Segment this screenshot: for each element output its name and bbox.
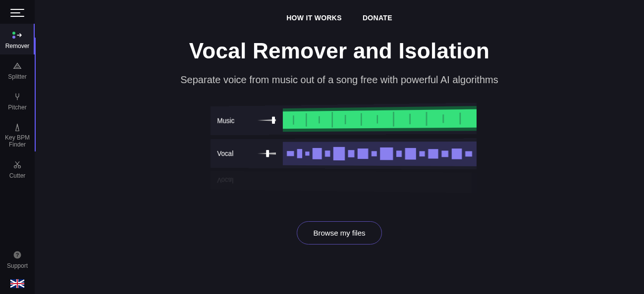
svg-rect-38 (419, 151, 425, 156)
sidebar-nav: Remover Splitter Pitcher (0, 24, 35, 184)
vocal-waveform (283, 138, 477, 169)
svg-rect-31 (333, 147, 345, 160)
track-music: Music (211, 103, 477, 135)
svg-point-0 (12, 32, 15, 35)
page-title: Vocal Remover and Isolation (35, 39, 644, 63)
browse-files-button[interactable]: Browse my files (297, 221, 381, 245)
sidebar-item-label: Key BPM Finder (0, 135, 35, 148)
svg-rect-21 (409, 114, 410, 124)
waveform-preview: Music Vocal (211, 106, 468, 190)
support-icon: ? (11, 249, 23, 260)
svg-line-8 (15, 161, 19, 166)
svg-rect-32 (348, 150, 355, 157)
svg-rect-36 (396, 150, 402, 157)
svg-point-5 (14, 165, 16, 168)
track-label: Vocal (217, 149, 233, 157)
svg-rect-13 (293, 115, 294, 125)
svg-rect-16 (332, 112, 333, 127)
svg-rect-19 (377, 115, 378, 124)
menu-toggle[interactable] (10, 0, 24, 24)
cutter-icon (11, 159, 23, 170)
sidebar-item-label: Pitcher (8, 104, 26, 111)
svg-rect-33 (358, 148, 369, 159)
track-vocal: Vocal (211, 138, 477, 169)
svg-rect-26 (287, 151, 294, 156)
pitcher-icon (11, 91, 23, 102)
sidebar-item-cutter[interactable]: Cutter (0, 153, 35, 184)
svg-rect-30 (325, 150, 330, 156)
keybpm-icon (11, 122, 23, 133)
sidebar-item-keybpm[interactable]: Key BPM Finder (0, 116, 35, 153)
svg-rect-34 (372, 151, 377, 156)
svg-text:?: ? (16, 252, 19, 258)
remover-icon (11, 30, 23, 41)
svg-rect-40 (441, 150, 448, 157)
svg-rect-37 (405, 148, 416, 159)
svg-rect-23 (443, 114, 444, 123)
svg-rect-12 (283, 109, 477, 129)
svg-rect-22 (426, 112, 427, 126)
svg-rect-39 (428, 149, 438, 158)
main-content: HOW IT WORKS DONATE Vocal Remover and Is… (35, 0, 644, 294)
svg-rect-29 (313, 148, 322, 159)
svg-rect-17 (345, 115, 346, 124)
svg-rect-41 (452, 148, 462, 159)
svg-rect-20 (393, 112, 394, 127)
svg-rect-27 (297, 149, 302, 158)
language-flag-icon[interactable] (10, 279, 24, 288)
svg-rect-28 (305, 151, 309, 155)
vocal-fader[interactable] (258, 152, 277, 155)
svg-point-1 (12, 36, 15, 39)
sidebar-item-label: Splitter (8, 73, 26, 80)
sidebar-item-support[interactable]: ? Support (7, 244, 28, 274)
sidebar-item-pitcher[interactable]: Pitcher (0, 85, 35, 116)
page-subtitle: Separate voice from music out of a song … (35, 74, 644, 86)
svg-rect-42 (465, 151, 472, 157)
svg-rect-14 (306, 113, 307, 127)
sidebar-item-label: Cutter (9, 172, 26, 179)
music-fader[interactable] (258, 119, 277, 122)
track-label: Music (217, 117, 234, 125)
sidebar: Remover Splitter Pitcher (0, 0, 35, 294)
splitter-icon (11, 60, 23, 71)
sidebar-item-label: Support (7, 262, 28, 269)
svg-point-6 (18, 165, 21, 168)
svg-rect-24 (460, 113, 461, 125)
hero: Vocal Remover and Isolation Separate voi… (35, 39, 644, 86)
nav-donate[interactable]: DONATE (363, 14, 392, 22)
reflection: Vocal (211, 171, 477, 193)
svg-rect-15 (319, 116, 320, 124)
svg-line-7 (16, 161, 19, 166)
sidebar-item-splitter[interactable]: Splitter (0, 54, 35, 85)
top-nav: HOW IT WORKS DONATE (35, 0, 644, 22)
svg-rect-18 (361, 113, 362, 126)
svg-rect-35 (380, 147, 393, 160)
music-waveform (283, 103, 477, 135)
nav-how-it-works[interactable]: HOW IT WORKS (286, 14, 342, 22)
sidebar-item-remover[interactable]: Remover (0, 24, 35, 54)
sidebar-item-label: Remover (5, 43, 30, 49)
